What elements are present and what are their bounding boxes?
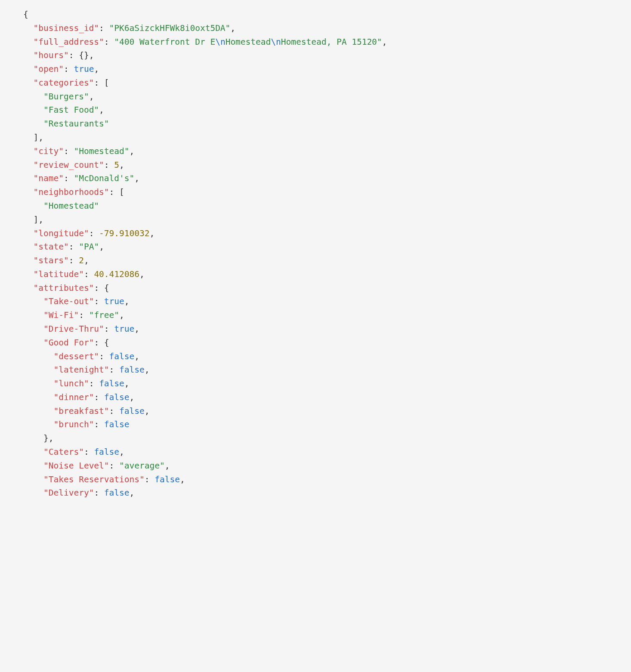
code-token-pun <box>23 392 53 402</box>
code-line: "name": "McDonald's", <box>23 173 139 183</box>
code-token-str: "average" <box>119 461 165 471</box>
code-token-pun: : [ <box>94 78 109 88</box>
code-token-key: "open" <box>33 64 63 74</box>
code-line: "brunch": false <box>23 419 130 429</box>
code-token-pun: , <box>124 379 130 388</box>
code-line: ], <box>23 215 43 225</box>
code-token-str: "400 Waterfront Dr E <box>114 37 215 47</box>
code-token-pun: : <box>69 256 79 265</box>
code-token-str: Homestead <box>226 37 271 47</box>
code-token-pun: : <box>104 324 114 334</box>
code-token-key: "Take-out" <box>43 296 94 306</box>
code-token-key: "Drive-Thru" <box>43 324 104 334</box>
code-token-esc: \n <box>271 37 281 47</box>
code-token-pun: : <box>99 23 109 33</box>
code-token-pun: : { <box>94 283 109 293</box>
code-token-pun: , <box>130 146 135 156</box>
code-token-pun <box>23 406 53 416</box>
code-token-key: "dessert" <box>53 351 99 361</box>
code-token-pun: : { <box>94 338 109 348</box>
code-token-key: "attributes" <box>33 283 94 293</box>
code-token-pun: , <box>119 160 124 170</box>
code-line: "Delivery": false, <box>23 488 134 498</box>
code-token-pun: : <box>89 379 99 388</box>
code-token-bool: false <box>119 365 145 375</box>
code-line: "attributes": { <box>23 283 109 293</box>
code-line: "state": "PA", <box>23 242 104 252</box>
code-line: "review_count": 5, <box>23 160 124 170</box>
code-token-str: "PA" <box>79 242 99 252</box>
code-token-bool: true <box>104 296 124 306</box>
json-source-code: { "business_id": "PK6aSizckHFWk8i0oxt5DA… <box>0 0 631 500</box>
code-token-pun <box>23 201 43 211</box>
code-token-str: "Burgers" <box>43 92 89 102</box>
code-token-pun <box>23 228 33 238</box>
code-token-key: "review_count" <box>33 160 104 170</box>
code-token-pun <box>23 447 43 457</box>
code-token-pun: : <box>145 475 155 484</box>
code-token-str: "free" <box>89 310 119 320</box>
code-token-pun: }, <box>23 433 53 443</box>
code-token-pun: , <box>130 392 135 402</box>
code-token-pun: , <box>165 461 170 471</box>
code-line: "Wi-Fi": "free", <box>23 310 124 320</box>
code-token-key: "state" <box>33 242 68 252</box>
code-token-key: "Takes Reservations" <box>43 475 145 484</box>
code-token-pun <box>23 475 43 484</box>
code-token-pun: : <box>64 173 74 183</box>
code-token-pun: : <box>94 419 104 429</box>
code-token-pun: : <box>69 242 79 252</box>
code-line: "city": "Homestead", <box>23 146 134 156</box>
code-line: "Noise Level": "average", <box>23 461 170 471</box>
code-line: "Good For": { <box>23 338 109 348</box>
code-token-pun <box>23 283 33 293</box>
code-token-pun: , <box>119 310 124 320</box>
code-token-str: "Fast Food" <box>43 105 99 115</box>
code-token-pun: : <box>109 461 119 471</box>
code-token-str: "PK6aSizckHFWk8i0oxt5DA" <box>109 23 231 33</box>
code-line: "latenight": false, <box>23 365 150 375</box>
code-token-pun <box>23 64 33 74</box>
code-token-pun: : <box>79 310 89 320</box>
code-token-pun <box>23 365 53 375</box>
code-token-pun: , <box>145 406 150 416</box>
code-token-pun: : <box>94 392 104 402</box>
code-token-pun <box>23 37 33 47</box>
code-token-key: "city" <box>33 146 63 156</box>
code-token-key: "business_id" <box>33 23 99 33</box>
code-line: { <box>23 9 28 19</box>
code-token-pun: , <box>130 488 135 498</box>
code-token-pun: , <box>150 228 155 238</box>
code-token-bool: false <box>104 419 130 429</box>
code-token-pun: : <box>104 160 114 170</box>
code-token-pun: , <box>124 296 130 306</box>
code-token-pun: : <box>94 296 104 306</box>
code-line: "latitude": 40.412086, <box>23 269 145 279</box>
code-token-num: -79.910032 <box>99 228 149 238</box>
code-token-pun: : <box>99 351 109 361</box>
code-line: "hours": {}, <box>23 50 94 60</box>
code-token-pun <box>23 160 33 170</box>
code-token-key: "longitude" <box>33 228 89 238</box>
code-token-pun <box>23 50 33 60</box>
code-token-bool: true <box>114 324 134 334</box>
code-token-pun: : <box>94 488 104 498</box>
code-token-bool: true <box>74 64 94 74</box>
code-token-pun: , <box>84 256 89 265</box>
code-token-key: "Delivery" <box>43 488 94 498</box>
code-token-pun: ], <box>23 215 43 225</box>
code-token-pun: : <box>64 146 74 156</box>
code-token-key: "categories" <box>33 78 94 88</box>
code-token-pun: : <box>84 269 94 279</box>
code-token-str: "Homestead" <box>74 146 129 156</box>
code-token-pun: , <box>145 365 150 375</box>
code-token-pun <box>23 269 33 279</box>
code-token-pun <box>23 146 33 156</box>
code-token-pun <box>23 351 53 361</box>
code-token-pun: : {}, <box>69 50 94 60</box>
code-token-pun: : <box>104 37 114 47</box>
code-token-pun <box>23 92 43 102</box>
code-token-pun: , <box>382 37 387 47</box>
code-token-key: "latitude" <box>33 269 84 279</box>
code-token-pun: : <box>109 365 119 375</box>
